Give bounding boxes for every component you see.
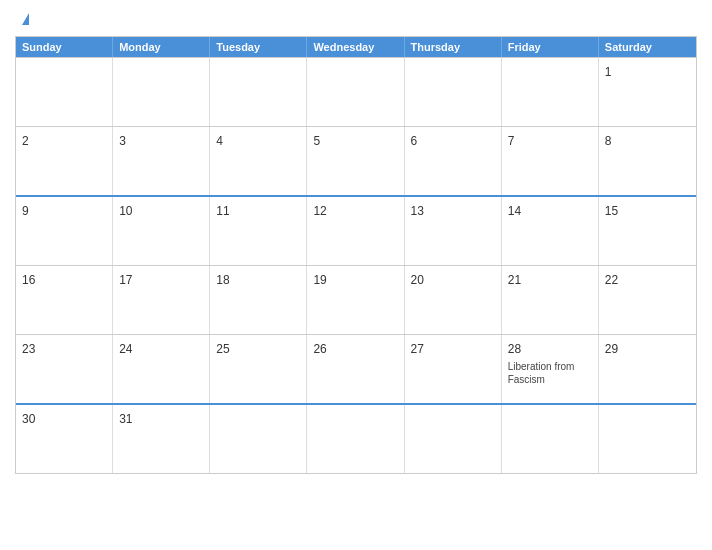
day-cell-21: 21 (502, 266, 599, 334)
day-number: 21 (508, 273, 521, 287)
day-number: 15 (605, 204, 618, 218)
day-cell-15: 15 (599, 197, 696, 265)
day-cell-23: 23 (16, 335, 113, 403)
day-number: 6 (411, 134, 418, 148)
day-cell-25: 25 (210, 335, 307, 403)
day-cell-empty (502, 58, 599, 126)
day-cell-7: 7 (502, 127, 599, 195)
day-number: 31 (119, 412, 132, 426)
week-row-0: 1 (16, 57, 696, 126)
day-header-thursday: Thursday (405, 37, 502, 57)
day-number: 30 (22, 412, 35, 426)
day-cell-empty (210, 405, 307, 473)
day-number: 4 (216, 134, 223, 148)
day-cell-12: 12 (307, 197, 404, 265)
day-cell-11: 11 (210, 197, 307, 265)
day-number: 16 (22, 273, 35, 287)
day-number: 17 (119, 273, 132, 287)
day-number: 11 (216, 204, 229, 218)
week-row-1: 2345678 (16, 126, 696, 195)
day-cell-empty (210, 58, 307, 126)
day-number: 12 (313, 204, 326, 218)
day-cell-empty (16, 58, 113, 126)
day-cell-empty (113, 58, 210, 126)
day-number: 22 (605, 273, 618, 287)
day-cell-empty (405, 58, 502, 126)
day-cell-19: 19 (307, 266, 404, 334)
day-cell-20: 20 (405, 266, 502, 334)
day-number: 8 (605, 134, 612, 148)
day-number: 25 (216, 342, 229, 356)
day-cell-8: 8 (599, 127, 696, 195)
day-cell-9: 9 (16, 197, 113, 265)
day-number: 5 (313, 134, 320, 148)
calendar-grid: SundayMondayTuesdayWednesdayThursdayFrid… (15, 36, 697, 474)
day-number: 9 (22, 204, 29, 218)
logo-triangle-icon (22, 13, 29, 25)
day-cell-18: 18 (210, 266, 307, 334)
logo-general-text (20, 10, 29, 28)
day-number: 28 (508, 342, 521, 356)
day-cell-2: 2 (16, 127, 113, 195)
day-cell-5: 5 (307, 127, 404, 195)
day-number: 10 (119, 204, 132, 218)
day-cell-10: 10 (113, 197, 210, 265)
calendar-container: SundayMondayTuesdayWednesdayThursdayFrid… (0, 0, 712, 550)
day-cell-empty (307, 405, 404, 473)
day-headers-row: SundayMondayTuesdayWednesdayThursdayFrid… (16, 37, 696, 57)
day-event: Liberation from Fascism (508, 360, 592, 386)
day-cell-empty (405, 405, 502, 473)
day-number: 13 (411, 204, 424, 218)
day-cell-14: 14 (502, 197, 599, 265)
day-header-sunday: Sunday (16, 37, 113, 57)
day-number: 29 (605, 342, 618, 356)
day-cell-1: 1 (599, 58, 696, 126)
day-header-monday: Monday (113, 37, 210, 57)
day-cell-31: 31 (113, 405, 210, 473)
day-cell-4: 4 (210, 127, 307, 195)
day-cell-16: 16 (16, 266, 113, 334)
day-number: 3 (119, 134, 126, 148)
week-row-2: 9101112131415 (16, 195, 696, 265)
day-header-saturday: Saturday (599, 37, 696, 57)
day-number: 19 (313, 273, 326, 287)
day-number: 1 (605, 65, 612, 79)
day-cell-empty (599, 405, 696, 473)
day-cell-29: 29 (599, 335, 696, 403)
day-number: 26 (313, 342, 326, 356)
week-row-3: 16171819202122 (16, 265, 696, 334)
day-number: 14 (508, 204, 521, 218)
week-row-4: 232425262728Liberation from Fascism29 (16, 334, 696, 403)
day-cell-empty (307, 58, 404, 126)
day-number: 2 (22, 134, 29, 148)
day-cell-13: 13 (405, 197, 502, 265)
day-number: 24 (119, 342, 132, 356)
day-number: 23 (22, 342, 35, 356)
day-cell-27: 27 (405, 335, 502, 403)
day-cell-3: 3 (113, 127, 210, 195)
day-cell-6: 6 (405, 127, 502, 195)
day-cell-empty (502, 405, 599, 473)
calendar-header (15, 10, 697, 28)
day-number: 18 (216, 273, 229, 287)
day-cell-30: 30 (16, 405, 113, 473)
day-cell-17: 17 (113, 266, 210, 334)
logo (20, 10, 29, 28)
day-cell-22: 22 (599, 266, 696, 334)
day-number: 7 (508, 134, 515, 148)
day-cell-24: 24 (113, 335, 210, 403)
week-row-5: 3031 (16, 403, 696, 473)
weeks-container: 1234567891011121314151617181920212223242… (16, 57, 696, 473)
day-number: 20 (411, 273, 424, 287)
day-header-tuesday: Tuesday (210, 37, 307, 57)
day-header-wednesday: Wednesday (307, 37, 404, 57)
day-cell-28: 28Liberation from Fascism (502, 335, 599, 403)
day-header-friday: Friday (502, 37, 599, 57)
day-cell-26: 26 (307, 335, 404, 403)
day-number: 27 (411, 342, 424, 356)
